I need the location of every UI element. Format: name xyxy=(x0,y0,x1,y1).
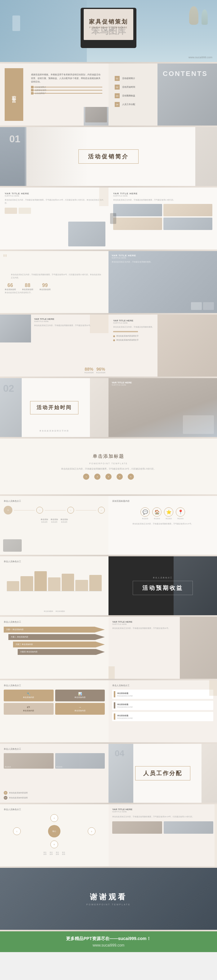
yar-warm-content: YAR TITLE HERE SUBTITLE HERE 单击此处添加正文内容，… xyxy=(108,315,217,346)
pz-1: 🔧 单击添加内容 xyxy=(4,690,54,702)
slide-small-slides: 单击人员角色分工 单击添加 单击添加 01 单击此处添加内容说明 02 单击此处… xyxy=(0,744,108,803)
section2-title-box: 活动开始时间 xyxy=(30,401,78,414)
ss-num-2: 02 单击此处添加内容说明 xyxy=(4,796,105,800)
pz-4: → 单击添加内容 xyxy=(55,703,105,715)
click-subtitle: POWERPOINT TEMPLATE xyxy=(89,462,128,465)
vase-right xyxy=(189,6,198,25)
room-img-r2 xyxy=(180,617,217,679)
monitor: 家具促销策划 POWERPOINT TEMPLATE EST. 2022 xyxy=(81,8,136,48)
desk-scene: 家具促销策划 POWERPOINT TEMPLATE EST. 2022 笨鸟图… xyxy=(0,0,217,62)
add-content-body: 单击此处添加正文内容，字体建议使用微软雅黑，字号建议使用18-24号。 xyxy=(112,523,213,525)
foreword-body: 感谢您选择本模板。本模板适用于各类家具促销活动策划，内容涵盖活动背景、促销方案、… xyxy=(31,73,102,84)
foreword-line-2: 品质保证说明 xyxy=(31,90,102,91)
stat-num-2: 88 xyxy=(22,283,33,288)
slide-row-13: 单击人员角色分工 核心 A B C D 单击添加 单击添加 单击添加 单击添加 xyxy=(0,804,217,866)
yf-img-1 xyxy=(112,821,162,834)
org-bottom: B xyxy=(51,840,58,848)
stat-label-1: 单击添加说明 xyxy=(5,288,16,291)
cover-subtitle: EST. 2022 xyxy=(104,29,113,31)
ss-img-1: 单击添加 xyxy=(4,753,54,768)
yar-img-3 xyxy=(113,218,162,230)
cover-title-en: POWERPOINT TEMPLATE xyxy=(89,26,128,29)
yar-overlay: YAR TITLE HERE SUBTITLE HERE 单击此处添加正文内容，… xyxy=(112,254,214,263)
cline-1 xyxy=(14,510,35,511)
foreword-content: 感谢您选择本模板。本模板适用于各类家具促销活动策划，内容涵盖活动背景、促销方案、… xyxy=(31,70,102,94)
ci-box-4: 04 xyxy=(115,102,120,107)
phone-icon xyxy=(110,213,116,224)
card-item-3: 单击添加标题 单击此处添加正文内容 xyxy=(112,712,213,721)
stat-label-3: 单击添加说明 xyxy=(39,288,51,291)
ss-img-2: 单击添加 xyxy=(55,753,105,768)
personnel-title: 人员工作分配 xyxy=(135,766,190,780)
website-label: www.sucai999.com xyxy=(188,56,212,59)
card-text-1: 单击添加标题 单击此处添加正文内容 xyxy=(117,692,133,697)
slide-yar-bedroom: YAR TITLE HERE SUBTITLE HERE xyxy=(108,378,217,437)
pdot-1: 1 xyxy=(83,474,89,480)
income-num: 单击人员角色分工 xyxy=(133,576,193,579)
click-title: 单击添加标题 xyxy=(93,453,124,459)
card-accent-1 xyxy=(114,691,115,697)
personnel-img-right xyxy=(201,744,217,803)
section1-title: 活动促销简介 xyxy=(78,150,139,164)
org-left: C xyxy=(13,827,21,835)
foreword-label: 前言 xyxy=(5,68,23,121)
slide-chart: 单击人员角色分工 单击添加图例 单击添加图例 xyxy=(0,556,108,615)
yf-img-2 xyxy=(164,821,214,834)
process-row: 1 2 3 4 5 xyxy=(83,474,134,480)
vase-right2 xyxy=(201,9,208,25)
yar-img-4 xyxy=(163,218,212,230)
arrows-col: 方案一 单击添加内容 方案二 单击添加内容 方案三 单击添加内容 方案四 单击添… xyxy=(4,627,105,655)
sg-2: 96% 单击添加说明 xyxy=(96,367,105,374)
ib-2: 🏠 单击添加 xyxy=(152,508,161,519)
section2-img-left xyxy=(0,378,22,437)
slide-click-add: 单击添加标题 POWERPOINT TEMPLATE 单击此处添加正文内容，字体… xyxy=(0,439,217,494)
yar-subtitle-right: SUBTITLE HERE xyxy=(113,195,212,197)
bar-7 xyxy=(89,575,102,591)
ci-text-1: 活动促销简介 xyxy=(122,77,135,80)
cards-accent xyxy=(209,680,217,696)
cline-3 xyxy=(76,510,96,511)
arrows-title: 单击人员角色分工 xyxy=(4,620,105,624)
contents-item-2: 02 活动开始时间 xyxy=(115,84,135,89)
circles-row: S ○ ○ ○ xyxy=(4,506,105,514)
ib-4: 📍 单击添加 xyxy=(176,508,185,519)
ci-box-3: 03 xyxy=(115,93,120,98)
quote-stats: 66 单击添加说明 88 单击添加说明 99 单击添加说明 xyxy=(5,283,104,291)
slide-section2-title: 02 活动开始时间 单击此处添加说明文字内容 xyxy=(0,378,108,437)
ib-circle-1: 💬 xyxy=(140,508,150,517)
c-2: ○ xyxy=(36,507,43,514)
pdot-2: 2 xyxy=(94,474,101,480)
section2-sub: 单击此处添加说明文字内容 xyxy=(39,430,69,432)
personnel-title-box: 人员工作分配 xyxy=(135,766,190,780)
yar-body-right: 单击此处添加正文内容，字体建议使用微软雅黑，字号建议使用1.5倍行距。 xyxy=(113,198,212,202)
ty-content: 谢谢观看 POWERPOINT TEMPLATE xyxy=(86,892,131,905)
quote-text: 单击此处添加正文内容，字体建议使用微软雅黑，字号建议使用18号，行距建议使用1.… xyxy=(11,273,102,279)
yar-body-left: 单击此处添加正文内容，字体建议使用微软雅黑，字号建议使用18-24号，行距建议使… xyxy=(5,198,104,205)
deco-box-1 xyxy=(5,208,17,214)
ci-box-1: 01 xyxy=(115,76,120,81)
section2-title: 活动开始时间 xyxy=(37,404,72,411)
slide-section3-title: 单击人员角色分工 活动预期收益 xyxy=(108,556,217,615)
ci-text-2: 活动开始时间 xyxy=(122,86,135,89)
contents-title: CONTENTS xyxy=(163,70,208,78)
wall-left xyxy=(0,0,87,62)
ib-circle-3: ⭐ xyxy=(164,508,173,517)
bar-1 xyxy=(7,581,19,591)
slide-row-12: 单击人员角色分工 单击添加 单击添加 01 单击此处添加内容说明 02 单击此处… xyxy=(0,744,217,803)
slide-row-5: " 单击此处添加正文内容，字体建议使用微软雅黑，字号建议使用18号，行距建议使用… xyxy=(0,251,217,313)
yar-title-left: YAR TITLE HERE xyxy=(5,192,104,195)
pdot-4: 4 xyxy=(116,474,123,480)
footer-url: www.sucai999.com xyxy=(5,943,212,947)
stat-3: 99 单击添加说明 xyxy=(39,283,51,291)
ci-box-2: 02 xyxy=(115,84,120,89)
ib-3: ⭐ 单击添加 xyxy=(164,508,173,519)
accent-rect xyxy=(90,315,108,333)
arrow-box-2: 方案二 单击添加内容 xyxy=(8,634,105,640)
contents-items: 01 活动促销简介 02 活动开始时间 03 活动预期收益 04 人员工作分配 xyxy=(115,76,135,111)
slide-section1-title: 01 活动促销简介 xyxy=(0,127,217,186)
card-accent-3 xyxy=(114,713,115,720)
pz-3: 🏷 单击添加内容 xyxy=(4,703,54,715)
ci-text-4: 人员工作分配 xyxy=(122,103,135,106)
fline-bullet xyxy=(31,92,34,94)
section2-img-right xyxy=(90,378,108,437)
